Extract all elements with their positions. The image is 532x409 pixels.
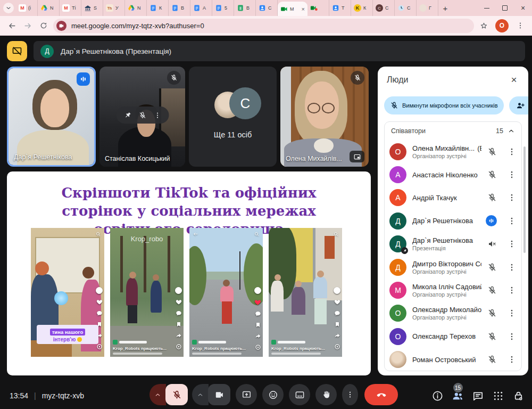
browser-tab[interactable]: KК bbox=[351, 0, 373, 16]
close-tab-icon[interactable]: × bbox=[302, 6, 305, 12]
browser-tab[interactable]: К bbox=[147, 0, 169, 16]
reload-button[interactable] bbox=[37, 19, 50, 32]
mic-toggle-button[interactable] bbox=[165, 384, 188, 405]
more-options-icon[interactable] bbox=[153, 111, 161, 119]
url-text: meet.google.com/myz-tqtz-xvb?authuser=0 bbox=[71, 22, 204, 30]
bookmark-star-icon[interactable] bbox=[477, 19, 490, 32]
browser-tab-active[interactable]: М× bbox=[278, 2, 307, 16]
camera-options-chevron[interactable] bbox=[192, 384, 209, 405]
tab-title: У bbox=[115, 5, 119, 11]
browser-tab[interactable] bbox=[307, 0, 329, 16]
mic-off-icon[interactable] bbox=[138, 111, 146, 119]
browser-tab[interactable]: MТі bbox=[60, 0, 81, 16]
host-controls-lock-button[interactable] bbox=[512, 390, 525, 402]
tab-title: С bbox=[385, 5, 389, 11]
pin-icon[interactable] bbox=[123, 111, 131, 119]
participant-row: ДДар`я РешетніковаПрезентація bbox=[385, 233, 521, 256]
tab-title: 5 bbox=[225, 5, 227, 11]
reactions-button[interactable] bbox=[262, 384, 284, 405]
tab-search-button[interactable] bbox=[3, 3, 14, 13]
video-tile-daria[interactable]: Дар`я Решетнікова bbox=[7, 67, 96, 167]
participant-row: ООлександр Терехов bbox=[385, 325, 521, 348]
new-tab-button[interactable]: + bbox=[438, 1, 452, 15]
meeting-details-icon[interactable] bbox=[431, 390, 444, 402]
browser-tab[interactable]: M(і bbox=[16, 0, 38, 16]
picture-in-picture-icon[interactable] bbox=[350, 151, 364, 162]
participant-menu-icon[interactable] bbox=[507, 147, 517, 157]
back-button[interactable] bbox=[5, 19, 18, 32]
minimize-button[interactable] bbox=[478, 0, 496, 16]
participant-menu-icon[interactable] bbox=[507, 285, 517, 295]
video-tile-stanislav[interactable]: Станіслав Косицький bbox=[99, 67, 185, 167]
like-icon bbox=[176, 299, 182, 305]
browser-tab[interactable]: N bbox=[125, 0, 147, 16]
mic-off-icon bbox=[390, 101, 398, 110]
add-people-button[interactable] bbox=[509, 96, 528, 114]
browser-tab[interactable]: ThУ bbox=[103, 0, 125, 16]
docs-favicon bbox=[215, 4, 222, 12]
browser-tab[interactable]: N bbox=[38, 0, 60, 16]
participant-avatar bbox=[389, 351, 406, 368]
contributors-section-header[interactable]: Співавтори 15 bbox=[385, 122, 521, 140]
tiktok-thumb-4: Krop_Robots працюють... bbox=[269, 228, 342, 357]
browser-tab[interactable]: С bbox=[395, 0, 417, 16]
present-screen-button[interactable] bbox=[236, 384, 257, 405]
browser-tab[interactable]: А bbox=[190, 0, 212, 16]
mute-all-button[interactable]: Вимкнути мікрофони всіх учасників bbox=[384, 96, 504, 114]
glasses bbox=[307, 103, 320, 113]
chat-button[interactable] bbox=[472, 390, 484, 402]
participant-menu-icon[interactable] bbox=[507, 308, 517, 318]
leave-call-button[interactable] bbox=[364, 384, 398, 405]
participant-menu-icon[interactable] bbox=[507, 170, 517, 179]
participant-menu-icon[interactable] bbox=[507, 355, 517, 364]
browser-tab[interactable]: С bbox=[256, 0, 278, 16]
camera-toggle-button[interactable] bbox=[208, 384, 230, 405]
participant-menu-icon[interactable] bbox=[507, 263, 517, 272]
close-window-button[interactable]: × bbox=[514, 0, 532, 16]
clock-favicon bbox=[397, 4, 405, 12]
tab-title: В bbox=[181, 5, 184, 11]
profile-avatar[interactable]: O bbox=[495, 19, 509, 32]
forward-button[interactable] bbox=[21, 19, 34, 32]
pin-badge bbox=[401, 247, 408, 254]
browser-tab[interactable]: CС bbox=[373, 0, 395, 16]
participant-menu-icon[interactable] bbox=[507, 216, 517, 226]
maximize-button[interactable] bbox=[496, 0, 514, 16]
site-camera-icon[interactable] bbox=[56, 21, 66, 31]
caption-block: Krop_Robots працюють... bbox=[113, 340, 171, 355]
participant-name: Дар`я Решетнікова bbox=[412, 236, 481, 244]
comment-icon bbox=[176, 310, 182, 316]
more-options-button[interactable] bbox=[342, 384, 358, 405]
tab-title: (і bbox=[28, 5, 31, 11]
share-icon bbox=[255, 333, 261, 339]
presenter-name: Дар`я Решетнікова (Презентація) bbox=[61, 47, 171, 55]
address-bar[interactable]: meet.google.com/myz-tqtz-xvb?authuser=0 bbox=[53, 19, 474, 33]
participant-menu-icon[interactable] bbox=[507, 239, 517, 249]
panel-scrollbar[interactable] bbox=[523, 146, 526, 253]
participant-menu-icon[interactable] bbox=[507, 193, 517, 202]
activities-grid-button[interactable] bbox=[492, 390, 504, 402]
browser-tab[interactable]: В bbox=[169, 0, 190, 16]
browser-menu-icon[interactable] bbox=[514, 19, 527, 32]
tab-title: С bbox=[268, 5, 272, 11]
presentation-off-icon[interactable] bbox=[7, 41, 27, 61]
captions-button[interactable] bbox=[289, 384, 310, 405]
tab-title: М bbox=[290, 6, 294, 12]
caption-block: Krop_Robots працюють... bbox=[271, 340, 329, 355]
browser-tab[interactable]: 5 bbox=[212, 0, 234, 16]
mic-options-chevron[interactable] bbox=[149, 384, 166, 405]
browser-tab[interactable]: В bbox=[234, 0, 256, 16]
close-panel-button[interactable]: × bbox=[507, 73, 521, 87]
browser-tab[interactable]: S bbox=[81, 0, 103, 16]
people-button[interactable]: 15 bbox=[452, 390, 464, 402]
tile-name-label: Олена Михайлів... bbox=[286, 155, 342, 162]
mic-off-icon bbox=[487, 170, 497, 179]
mic-off-icon bbox=[487, 147, 497, 157]
presentation-slide[interactable]: Скріншоти TikTok та офіційних сторінок у… bbox=[7, 171, 371, 375]
participant-menu-icon[interactable] bbox=[507, 332, 517, 341]
browser-tab[interactable]: Т bbox=[329, 0, 351, 16]
video-tile-olena[interactable]: Олена Михайлів... bbox=[280, 67, 369, 167]
raise-hand-button[interactable] bbox=[315, 384, 337, 405]
overflow-tile[interactable]: C Ще 11 осіб bbox=[189, 67, 277, 167]
browser-tab[interactable]: Г bbox=[417, 0, 438, 16]
